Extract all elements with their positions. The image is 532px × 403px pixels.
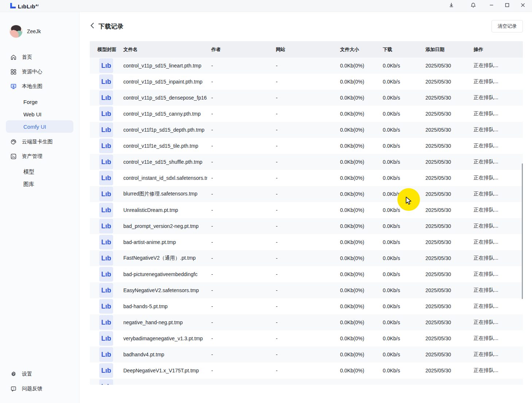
cell-speed: 0.0Kb/s [383, 255, 425, 261]
cell-speed: 0.0Kb/s [383, 287, 425, 293]
palette-icon [10, 139, 17, 145]
grid-icon [10, 69, 17, 75]
cell-site: - [276, 255, 340, 261]
table-row[interactable]: Lıbcontrol_v11p_sd15_lineart.pth.tmp--0.… [90, 58, 523, 74]
cell-cover: Lıb [97, 379, 123, 385]
cell-action: 正在排队... [474, 127, 523, 133]
sidebar-item-cloud-gpu[interactable]: 云端显卡生图 [6, 136, 73, 147]
notifications-button[interactable] [468, 1, 479, 11]
chevron-left-icon [90, 22, 95, 30]
image-icon [10, 153, 17, 160]
cell-action: 正在排队... [474, 351, 523, 358]
cell-cover: Lıb [97, 203, 123, 217]
cell-author: - [211, 127, 276, 133]
table-row[interactable]: Lıbblurred图片修理.safetensors.tmp--0.0Kb(0%… [90, 186, 523, 202]
table-row[interactable]: LıbDeepNegativeV1.x_V175T.pt.tmp--0.0Kb(… [90, 363, 523, 379]
table-row[interactable]: Lıbcontrol_v11p_sd15_densepose_fp16.pth.… [90, 90, 523, 106]
cell-date: 2025/05/30 [425, 79, 474, 85]
minimize-button[interactable] [486, 1, 497, 11]
cell-size: 0.0Kb(0%) [340, 319, 383, 325]
cell-date: 2025/05/30 [425, 223, 474, 229]
cell-cover: Lıb [97, 283, 123, 298]
user-profile[interactable]: ZeeJk [0, 25, 79, 44]
cell-date: 2025/05/30 [425, 303, 474, 309]
table-row[interactable]: Lıbcontrol_v11f1e_sd15_tile.pth.tmp--0.0… [90, 138, 523, 154]
cell-date: 2025/05/30 [425, 111, 474, 117]
table-row[interactable]: Lıbnegative_hand-neg.pt.tmp--0.0Kb(0%)0.… [90, 314, 523, 330]
table-row[interactable]: Lıbcontrol_v11f1p_sd15_depth.pth.tmp--0.… [90, 122, 523, 138]
maximize-icon [505, 3, 510, 9]
sidebar-item-models[interactable]: 模型 [6, 166, 73, 178]
model-cover-thumbnail: Lıb [99, 203, 113, 217]
table-row[interactable]: Lıbbadhandv4.pt.tmp--0.0Kb(0%)0.0Kb/s202… [90, 346, 523, 363]
avatar [9, 25, 23, 38]
sidebar-item-comfyui[interactable]: Comfy UI [6, 120, 73, 133]
cell-site: - [276, 319, 340, 325]
cell-date: 2025/05/30 [425, 239, 474, 245]
cell-cover: Lıb [97, 267, 123, 282]
table-row[interactable]: Lıbbad-artist-anime.pt.tmp--0.0Kb(0%)0.0… [90, 234, 523, 250]
table-row[interactable]: Lıbbad_prompt_version2-neg.pt.tmp--0.0Kb… [90, 218, 523, 234]
sidebar-item-settings[interactable]: 设置 [6, 369, 73, 380]
cell-cover: Lıb [97, 331, 123, 346]
table-row[interactable]: LıbUnrealisticDream.pt.tmp--0.0Kb(0%)0.0… [90, 202, 523, 218]
back-navigation[interactable]: 下载记录 [90, 22, 123, 31]
cell-name: bad-artist-anime.pt.tmp [123, 239, 207, 245]
sidebar-item-asset-management[interactable]: 资产管理 [6, 151, 73, 162]
model-cover-thumbnail: Lıb [99, 315, 113, 330]
cell-cover: Lıb [97, 251, 123, 266]
cell-size: 0.0Kb(0%) [340, 336, 383, 341]
table-row[interactable]: Lıbbad-picturenegativeembeddingfc--0.0Kb… [90, 266, 523, 282]
cell-date: 2025/05/30 [425, 191, 474, 197]
sidebar-item-forge[interactable]: Forge [6, 96, 73, 108]
vertical-scrollbar[interactable] [522, 163, 523, 299]
cell-author: - [211, 303, 276, 309]
clear-records-button[interactable]: 清空记录 [491, 20, 523, 32]
cell-action: 正在排队... [474, 239, 523, 245]
cell-name: bad-picturenegativeembeddingfc [123, 271, 207, 277]
table-row[interactable]: Lıb [90, 379, 523, 385]
table-row[interactable]: LıbEasyNegativeV2.safetensors.tmp--0.0Kb… [90, 282, 523, 298]
cell-speed: 0.0Kb/s [383, 319, 425, 325]
col-header-download: 下载 [383, 46, 425, 53]
downloads-button[interactable] [446, 1, 457, 11]
sidebar-item-feedback[interactable]: ? 问题反馈 [6, 383, 73, 394]
cell-name: control_v11p_sd15_lineart.pth.tmp [123, 63, 207, 69]
sidebar-item-webui[interactable]: Web UI [6, 108, 73, 120]
table-row[interactable]: Lıbbad-hands-5.pt.tmp--0.0Kb(0%)0.0Kb/s2… [90, 298, 523, 314]
cell-cover: Lıb [97, 90, 123, 105]
table-row[interactable]: Lıbcontrol_v11p_sd15_inpaint.pth.tmp--0.… [90, 74, 523, 90]
main-content: 下载记录 清空记录 模型封面 文件名 作者 网站 文件大小 下载 添加日期 操作… [80, 12, 532, 403]
table-row[interactable]: LıbFastNegativeV2（通用）.pt.tmp--0.0Kb(0%)0… [90, 250, 523, 266]
cell-name: control_v11f1e_sd15_tile.pth.tmp [123, 143, 207, 149]
cell-cover: Lıb [97, 235, 123, 249]
cell-site: - [276, 95, 340, 101]
model-cover-thumbnail: Lıb [99, 283, 113, 298]
table-row[interactable]: Lıbcontrol_instant_id_sdxl.safetensors.t… [90, 170, 523, 186]
cell-action: 正在排队... [474, 303, 523, 310]
cell-date: 2025/05/30 [425, 319, 474, 325]
close-icon [520, 3, 525, 9]
table-body: Lıbcontrol_v11p_sd15_lineart.pth.tmp--0.… [90, 58, 523, 385]
close-button[interactable] [517, 1, 528, 11]
sidebar-item-local-generate[interactable]: 本地生图 [6, 81, 73, 92]
cell-name: badhandv4.pt.tmp [123, 352, 207, 357]
cell-author: - [211, 223, 276, 229]
cell-action: 正在排队... [474, 62, 523, 69]
sidebar-item-home[interactable]: 首页 [6, 52, 73, 63]
col-header-cover: 模型封面 [97, 46, 123, 53]
table-row[interactable]: Lıbverybadimagenegative_v1.3.pt.tmp--0.0… [90, 330, 523, 346]
window-titlebar: LıbLıbAI [0, 0, 532, 12]
cell-author: - [211, 255, 276, 261]
cell-site: - [276, 79, 340, 85]
cell-speed: 0.0Kb/s [383, 336, 425, 341]
sidebar-item-label: 资源中心 [22, 69, 42, 75]
maximize-button[interactable] [502, 1, 513, 11]
cell-name: FastNegativeV2（通用）.pt.tmp [123, 255, 207, 261]
cell-site: - [276, 111, 340, 117]
sidebar-item-gallery[interactable]: 图库 [6, 178, 73, 190]
table-row[interactable]: Lıbcontrol_v11p_sd15_canny.pth.tmp--0.0K… [90, 106, 523, 122]
sidebar-item-resource-center[interactable]: 资源中心 [6, 66, 73, 77]
table-row[interactable]: Lıbcontrol_v11e_sd15_shuffle.pth.tmp--0.… [90, 154, 523, 170]
cell-action: 正在排队... [474, 271, 523, 278]
